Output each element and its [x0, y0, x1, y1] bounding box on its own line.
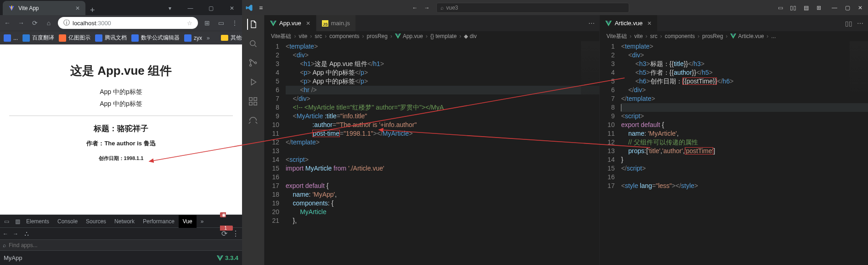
devtools-tab-elements[interactable]: Elements	[22, 215, 53, 228]
devtools-search-input[interactable]	[9, 242, 239, 248]
devtools-tab-vue[interactable]: Vue	[179, 215, 197, 228]
activity-remote-icon[interactable]	[248, 115, 259, 126]
breadcrumb-seg[interactable]: components	[329, 33, 359, 39]
layout-icon-0[interactable]: ▭	[776, 5, 784, 11]
code-line[interactable]: name: 'MyArticle',	[621, 129, 868, 138]
close-icon[interactable]: ✕	[306, 20, 310, 27]
code-editor[interactable]: 123456789101112131415161718192021 <templ…	[265, 41, 599, 265]
component-tree-icon[interactable]: ⛬	[23, 230, 30, 238]
breadcrumb-seg[interactable]: vite	[299, 33, 307, 39]
code-line[interactable]: <p> App 中的p标签</p>	[286, 68, 599, 77]
activity-files-icon[interactable]	[247, 19, 258, 30]
code-line[interactable]: <script>	[621, 112, 868, 121]
code-line[interactable]: },	[286, 216, 599, 225]
code-line[interactable]: components: {	[286, 199, 599, 208]
code-line[interactable]: MyArticle	[286, 208, 599, 216]
code-line[interactable]: </script>	[621, 164, 868, 173]
code-line[interactable]: post-time="1998.1.1"></MyArticle>	[286, 129, 599, 138]
editor-tab-main-js[interactable]: JSmain.js	[316, 15, 356, 31]
minimize-icon[interactable]: —	[830, 5, 839, 11]
reader-icon[interactable]: ▭	[216, 19, 225, 27]
bookmarks-overflow[interactable]: »	[207, 35, 210, 41]
code-line[interactable]: <script>	[286, 155, 599, 164]
code-line[interactable]: </div>	[621, 86, 868, 94]
maximize-icon[interactable]: ▢	[201, 1, 221, 15]
url-bar[interactable]: ⓘ localhost:3000 ☆	[58, 17, 198, 29]
code-line[interactable]: <!-- <MyArticle title="红楼梦" author="罗贯中"…	[286, 103, 599, 112]
maximize-icon[interactable]: ▢	[843, 5, 851, 11]
editor-actions[interactable]: ⋯	[588, 15, 599, 31]
breadcrumb-seg[interactable]: prosReg	[702, 33, 723, 39]
code-line[interactable]: name: 'MyApp',	[286, 190, 599, 199]
breadcrumb-seg[interactable]: prosReg	[367, 33, 388, 39]
devtools-more[interactable]: »	[197, 215, 208, 228]
forward-icon[interactable]: →	[17, 19, 26, 27]
component-name[interactable]: MyApp	[4, 254, 22, 261]
layout-icon-3[interactable]: ⊞	[815, 5, 823, 11]
breadcrumbs[interactable]: Vite基础›vite›src›components›prosReg›Artic…	[600, 31, 868, 41]
bookmarks-folder[interactable]: 其他书签	[221, 34, 242, 42]
close-icon[interactable]: ✕	[647, 20, 652, 27]
minimize-icon[interactable]: —	[180, 1, 201, 15]
breadcrumb-seg[interactable]: src	[315, 33, 322, 39]
device-icon[interactable]: ▥	[11, 215, 22, 228]
code-line[interactable]	[621, 103, 868, 112]
minimap[interactable]	[581, 41, 599, 96]
editor-tab-App-vue[interactable]: App.vue✕	[265, 15, 316, 31]
drop-down-icon[interactable]: ▾	[159, 1, 180, 15]
breadcrumbs[interactable]: Vite基础›vite›src›components›prosReg›App.v…	[265, 31, 599, 41]
code-line[interactable]: import MyArticle from './Article.vue'	[286, 164, 599, 173]
bookmark-item[interactable]: 腾讯文档	[95, 34, 127, 42]
close-icon[interactable]: ✕	[221, 1, 242, 15]
code-line[interactable]: </div>	[286, 94, 599, 103]
code-line[interactable]: <hr />	[286, 86, 599, 94]
site-info-icon[interactable]: ⓘ	[63, 19, 70, 27]
menu-icon[interactable]: ⋮	[230, 19, 239, 27]
code-line[interactable]: <style lang="less"></style>	[621, 182, 868, 190]
devtools-tab-network[interactable]: Network	[110, 215, 139, 228]
code-line[interactable]: }	[621, 155, 868, 164]
bookmark-item[interactable]: 亿图图示	[59, 34, 90, 42]
code-line[interactable]: <template>	[621, 42, 868, 51]
breadcrumb-seg[interactable]: Vite基础	[271, 33, 291, 40]
new-tab-button[interactable]: +	[85, 6, 100, 15]
editor-tab-Article-vue[interactable]: Article.vue✕	[600, 15, 658, 31]
layout-icon-1[interactable]: ▯▯	[789, 5, 797, 11]
code-line[interactable]: </template>	[286, 138, 599, 147]
activity-debug-icon[interactable]	[248, 77, 259, 88]
close-icon[interactable]: ✕	[856, 5, 864, 11]
forward-icon[interactable]: →	[424, 5, 430, 11]
reload-icon[interactable]: ⟳	[30, 19, 39, 27]
code-line[interactable]: <div>	[286, 51, 599, 60]
breadcrumb-seg[interactable]: components	[665, 33, 695, 39]
activity-scm-icon[interactable]	[248, 57, 259, 68]
devtools-search[interactable]: ⌕	[0, 240, 242, 251]
home-icon[interactable]: ⌂	[44, 19, 53, 27]
activity-extensions-icon[interactable]	[248, 96, 259, 107]
star-icon[interactable]: ☆	[187, 20, 192, 27]
code-line[interactable]: export default {	[621, 121, 868, 129]
minimap[interactable]	[850, 41, 868, 96]
breadcrumb-seg[interactable]: ◆ div	[464, 33, 477, 39]
extensions-icon[interactable]: ⊞	[203, 19, 212, 27]
code-line[interactable]: <h1>这是 App.vue 组件</h1>	[286, 60, 599, 68]
bookmark-item[interactable]: ...	[4, 34, 18, 42]
back-icon[interactable]: ←	[412, 5, 418, 11]
breadcrumb-seg[interactable]: Vite基础	[606, 33, 626, 40]
breadcrumb-seg[interactable]: {} template	[430, 33, 457, 39]
code-line[interactable]: <template>	[286, 42, 599, 51]
devtools-tab-performance[interactable]: Performance	[139, 215, 179, 228]
editor-actions[interactable]: ▯▯⋯	[845, 15, 868, 31]
breadcrumb-seg[interactable]: Article.vue	[738, 33, 764, 39]
tab-close-icon[interactable]: ✕	[75, 5, 80, 11]
refresh-icon[interactable]: ⟳	[221, 229, 227, 238]
code-line[interactable]: <h6>创作日期：{{postTime}}</h6>	[621, 77, 868, 86]
browser-tab[interactable]: Vite App ✕	[3, 1, 85, 15]
hamburger-icon[interactable]: ≡	[257, 4, 265, 11]
breadcrumb-seg[interactable]: ...	[771, 33, 776, 39]
bookmark-item[interactable]: 数学公式编辑器	[131, 34, 180, 42]
forward-icon[interactable]: →	[13, 231, 18, 237]
command-center[interactable]: ⌕ vue3	[436, 3, 629, 13]
back-icon[interactable]: ←	[3, 231, 8, 237]
bookmark-item[interactable]: 百度翻译	[23, 34, 54, 42]
